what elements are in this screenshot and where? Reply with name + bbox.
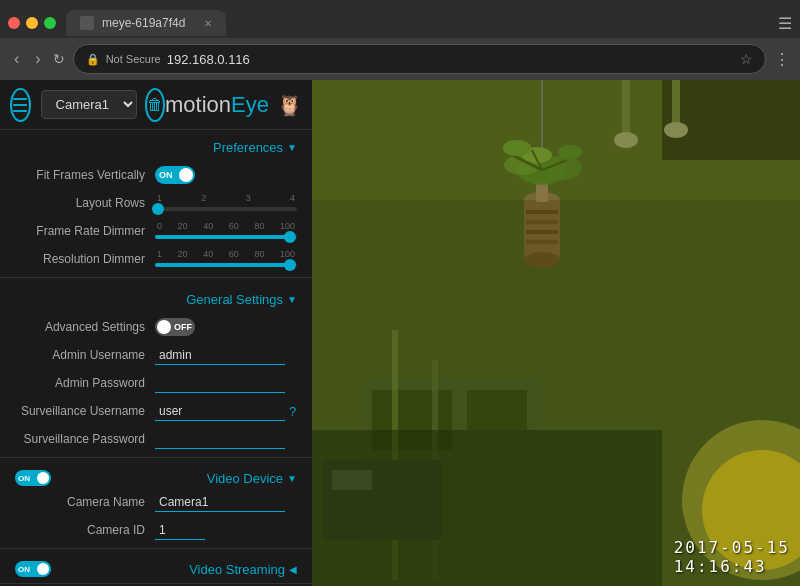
browser-menu-icon[interactable]: ☰ bbox=[778, 14, 792, 33]
divider-1 bbox=[0, 277, 312, 278]
admin-username-row: Admin Username bbox=[0, 341, 312, 369]
layout-rows-label: Layout Rows bbox=[15, 196, 145, 210]
fit-frames-toggle[interactable]: ON bbox=[155, 166, 195, 184]
tab-favicon bbox=[80, 16, 94, 30]
bookmark-icon[interactable]: ☆ bbox=[740, 51, 753, 67]
address-text: 192.168.0.116 bbox=[167, 52, 250, 67]
video-streaming-header[interactable]: Video Streaming ◀ bbox=[189, 562, 297, 577]
tab-bar: meye-619a7f4d ✕ ☰ bbox=[0, 0, 800, 38]
video-device-toggle-label: ON bbox=[18, 474, 30, 483]
resolution-label: Resolution Dimmer bbox=[15, 252, 145, 266]
svg-rect-35 bbox=[332, 470, 372, 490]
frame-rate-row: Frame Rate Dimmer 0 20 40 60 80 100 bbox=[0, 217, 312, 245]
close-button[interactable] bbox=[8, 17, 20, 29]
camera-id-row: Camera ID bbox=[0, 516, 312, 544]
video-streaming-arrow-icon: ◀ bbox=[289, 564, 297, 575]
video-streaming-toggle[interactable]: ON bbox=[15, 561, 51, 577]
general-settings-header[interactable]: General Settings ▼ bbox=[0, 282, 312, 313]
browser-chrome: meye-619a7f4d ✕ ☰ ‹ › ↻ 🔒 Not Secure 192… bbox=[0, 0, 800, 80]
general-settings-arrow-icon: ▼ bbox=[287, 294, 297, 305]
sidebar: Camera1 🗑 motionEye 🦉 Preferences ▼ Fit … bbox=[0, 80, 312, 586]
video-device-toggle-row: ON Video Device ▼ bbox=[0, 462, 312, 488]
app: Camera1 🗑 motionEye 🦉 Preferences ▼ Fit … bbox=[0, 80, 800, 586]
maximize-button[interactable] bbox=[44, 17, 56, 29]
preferences-arrow-icon: ▼ bbox=[287, 142, 297, 153]
fit-frames-toggle-label: ON bbox=[159, 170, 173, 180]
resolution-slider[interactable]: 1 20 40 60 80 100 bbox=[155, 249, 297, 269]
surveillance-password-row: Surveillance Password bbox=[0, 425, 312, 453]
divider-3 bbox=[0, 548, 312, 549]
video-device-header[interactable]: Video Device ▼ bbox=[207, 471, 297, 486]
video-streaming-toggle-row: ON Video Streaming ◀ bbox=[0, 553, 312, 579]
admin-username-input[interactable] bbox=[155, 346, 285, 365]
camera-name-label: Camera Name bbox=[15, 495, 145, 509]
app-title: motionEye bbox=[165, 92, 269, 118]
admin-password-label: Admin Password bbox=[15, 376, 145, 390]
camera-time: 14:16:43 bbox=[674, 557, 790, 576]
window-controls bbox=[8, 17, 56, 29]
camera-id-input[interactable] bbox=[155, 521, 205, 540]
resolution-row: Resolution Dimmer 1 20 40 60 80 100 bbox=[0, 245, 312, 273]
browser-tab[interactable]: meye-619a7f4d ✕ bbox=[66, 10, 226, 36]
layout-rows-row: Layout Rows 1 2 3 4 bbox=[0, 189, 312, 217]
resolution-ticks: 1 20 40 60 80 100 bbox=[155, 249, 297, 259]
fit-frames-row: Fit Frames Vertically ON bbox=[0, 161, 312, 189]
owl-icon: 🦉 bbox=[277, 93, 302, 117]
video-device-label: Video Device bbox=[207, 471, 283, 486]
video-device-toggle[interactable]: ON bbox=[15, 470, 51, 486]
video-streaming-label: Video Streaming bbox=[189, 562, 285, 577]
general-settings-label: General Settings bbox=[186, 292, 283, 307]
address-bar-row: ‹ › ↻ 🔒 Not Secure 192.168.0.116 ☆ ⋮ bbox=[0, 38, 800, 80]
camera-name-row: Camera Name bbox=[0, 488, 312, 516]
preferences-label: Preferences bbox=[213, 140, 283, 155]
back-button[interactable]: ‹ bbox=[10, 48, 23, 70]
camera-view: 2017-05-15 14:16:43 bbox=[312, 80, 800, 586]
video-streaming-toggle-label: ON bbox=[18, 565, 30, 574]
camera-date: 2017-05-15 bbox=[674, 538, 790, 557]
surveillance-username-input[interactable] bbox=[155, 402, 285, 421]
admin-password-row: Admin Password bbox=[0, 369, 312, 397]
fit-frames-label: Fit Frames Vertically bbox=[15, 168, 145, 182]
camera-id-label: Camera ID bbox=[15, 523, 145, 537]
advanced-settings-toggle[interactable]: OFF bbox=[155, 318, 195, 336]
camera-scene-svg bbox=[312, 80, 800, 586]
app-toolbar: Camera1 🗑 motionEye 🦉 bbox=[0, 80, 312, 130]
forward-button[interactable]: › bbox=[31, 48, 44, 70]
surveillance-username-row: Surveillance Username ? bbox=[0, 397, 312, 425]
surveillance-username-label: Surveillance Username bbox=[15, 404, 145, 418]
video-device-arrow-icon: ▼ bbox=[287, 473, 297, 484]
layout-rows-slider[interactable]: 1 2 3 4 bbox=[155, 193, 297, 213]
hamburger-menu-icon[interactable] bbox=[10, 88, 31, 122]
tab-close-icon[interactable]: ✕ bbox=[204, 18, 212, 29]
address-bar[interactable]: 🔒 Not Secure 192.168.0.116 ☆ bbox=[73, 44, 766, 74]
browser-options-icon[interactable]: ⋮ bbox=[774, 50, 790, 69]
admin-password-input[interactable] bbox=[155, 374, 285, 393]
delete-camera-button[interactable]: 🗑 bbox=[145, 88, 166, 122]
minimize-button[interactable] bbox=[26, 17, 38, 29]
help-icon: ? bbox=[289, 404, 296, 419]
not-secure-label: Not Secure bbox=[106, 53, 161, 65]
divider-2 bbox=[0, 457, 312, 458]
advanced-settings-row: Advanced Settings OFF bbox=[0, 313, 312, 341]
camera-selector[interactable]: Camera1 bbox=[41, 90, 137, 119]
surveillance-password-input[interactable] bbox=[155, 430, 285, 449]
preferences-section: Preferences ▼ Fit Frames Vertically ON L… bbox=[0, 130, 312, 586]
advanced-settings-label: Advanced Settings bbox=[15, 320, 145, 334]
advanced-toggle-label: OFF bbox=[174, 322, 192, 332]
frame-rate-label: Frame Rate Dimmer bbox=[15, 224, 145, 238]
frame-rate-slider[interactable]: 0 20 40 60 80 100 bbox=[155, 221, 297, 241]
security-icon: 🔒 bbox=[86, 53, 100, 66]
refresh-button[interactable]: ↻ bbox=[53, 51, 65, 67]
admin-username-label: Admin Username bbox=[15, 348, 145, 362]
layout-rows-ticks: 1 2 3 4 bbox=[155, 193, 297, 203]
camera-feed: 2017-05-15 14:16:43 bbox=[312, 80, 800, 586]
camera-name-input[interactable] bbox=[155, 493, 285, 512]
surveillance-password-label: Surveillance Password bbox=[15, 432, 145, 446]
frame-rate-ticks: 0 20 40 60 80 100 bbox=[155, 221, 297, 231]
camera-timestamp: 2017-05-15 14:16:43 bbox=[674, 538, 790, 576]
tab-title: meye-619a7f4d bbox=[102, 16, 185, 30]
divider-4 bbox=[0, 583, 312, 584]
preferences-header[interactable]: Preferences ▼ bbox=[0, 130, 312, 161]
